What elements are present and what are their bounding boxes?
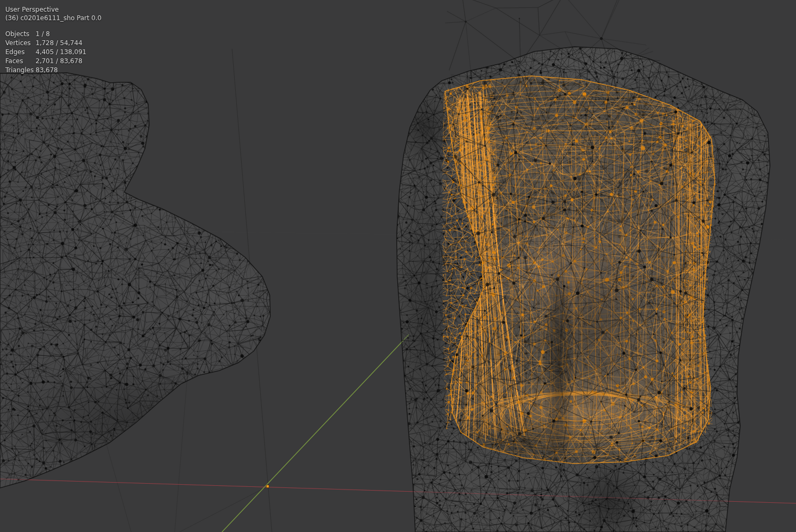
wireframe-scene-canvas[interactable] (0, 0, 796, 532)
blender-3d-viewport[interactable]: User Perspective (36) c0201e6111_sho Par… (0, 0, 796, 532)
